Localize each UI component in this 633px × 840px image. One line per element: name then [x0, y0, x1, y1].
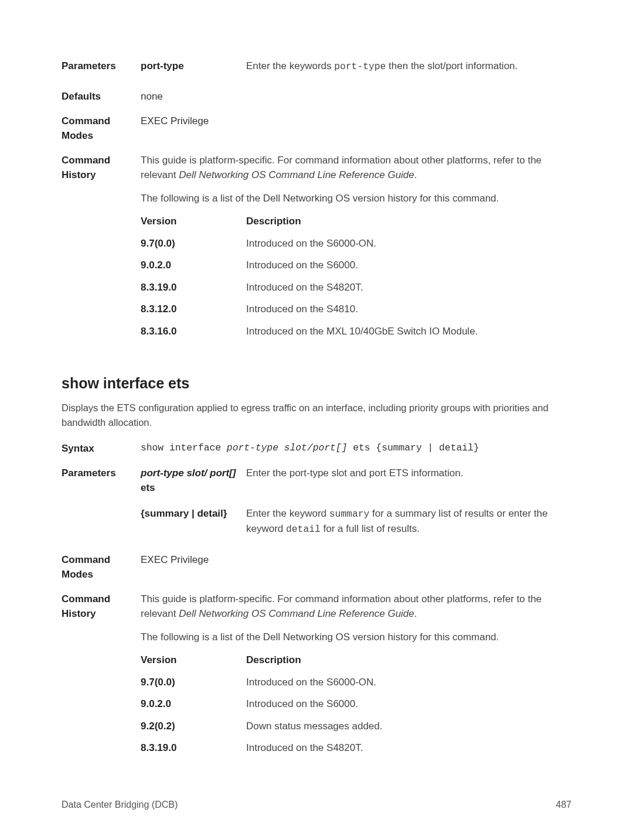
defaults-value: none	[141, 89, 571, 104]
command-history-label-2: Command History	[62, 592, 141, 763]
command-modes-value: EXEC Privilege	[141, 114, 571, 144]
param-desc-summary-detail: Enter the keyword summary for a summary …	[246, 506, 571, 537]
param-desc-port-type: Enter the keywords port-type then the sl…	[246, 59, 571, 74]
footer-left: Data Center Bridging (DCB)	[62, 798, 178, 812]
command-modes-row-1: Command Modes EXEC Privilege	[62, 114, 571, 144]
code-summary: summary	[329, 508, 370, 520]
history-para-1b: This guide is platform-specific. For com…	[141, 592, 571, 622]
history-para-2: The following is a list of the Dell Netw…	[141, 191, 571, 206]
command-history-row-2: Command History This guide is platform-s…	[62, 592, 571, 763]
version-row: 9.0.2.0 Introduced on the S6000.	[141, 258, 571, 273]
code-port-type: port-type	[334, 61, 386, 72]
syntax-label: Syntax	[62, 441, 141, 456]
version-row: 8.3.19.0 Introduced on the S4820T.	[141, 280, 571, 295]
param-port-type: port-type Enter the keywords port-type t…	[141, 59, 571, 74]
param-term-summary-detail: {summary | detail}	[141, 506, 246, 537]
parameters-row-1: Parameters port-type Enter the keywords …	[62, 59, 571, 74]
version-table-1: Version Description 9.7(0.0) Introduced …	[141, 214, 571, 339]
defaults-row: Defaults none	[62, 89, 571, 104]
command-modes-row-2: Command Modes EXEC Privilege	[62, 552, 571, 582]
command-modes-label: Command Modes	[62, 114, 141, 144]
command-intro: Displays the ETS configuration applied t…	[62, 401, 571, 430]
param-term-slot-port: port-type slot/ port[] ets	[141, 466, 246, 496]
version-row: 9.2(0.2) Down status messages added.	[141, 719, 571, 734]
version-row: 9.0.2.0 Introduced on the S6000.	[141, 696, 571, 712]
version-row: 8.3.19.0 Introduced on the S4820T.	[141, 740, 571, 756]
command-modes-value-2: EXEC Privilege	[141, 552, 571, 582]
syntax-row: Syntax show interface port-type slot/por…	[62, 441, 571, 456]
history-para-1: This guide is platform-specific. For com…	[141, 153, 571, 183]
param-slot-port: port-type slot/ port[] ets Enter the por…	[141, 466, 571, 496]
parameters-row-2: Parameters port-type slot/ port[] ets En…	[62, 466, 571, 537]
version-header: Version Description	[141, 653, 571, 668]
param-desc-slot-port: Enter the port-type slot and port ETS in…	[246, 466, 571, 496]
version-row: 8.3.16.0 Introduced on the MXL 10/40GbE …	[141, 324, 571, 339]
command-modes-label-2: Command Modes	[62, 552, 141, 582]
syntax-value: show interface port-type slot/port[] ets…	[141, 441, 571, 456]
code-detail: detail	[286, 524, 321, 535]
param-summary-detail: {summary | detail} Enter the keyword sum…	[141, 506, 571, 537]
version-header: Version Description	[141, 214, 571, 229]
parameters-label: Parameters	[62, 59, 141, 74]
command-history-row-1: Command History This guide is platform-s…	[62, 153, 571, 346]
version-table-2: Version Description 9.7(0.0) Introduced …	[141, 653, 571, 756]
version-row: 9.7(0.0) Introduced on the S6000-ON.	[141, 236, 571, 251]
command-heading: show interface ets	[62, 373, 571, 395]
defaults-label: Defaults	[62, 89, 141, 104]
version-row: 9.7(0.0) Introduced on the S6000-ON.	[141, 675, 571, 690]
param-term-port-type: port-type	[141, 59, 246, 74]
parameters-label-2: Parameters	[62, 466, 141, 537]
page-footer: Data Center Bridging (DCB) 487	[62, 798, 571, 812]
history-para-2b: The following is a list of the Dell Netw…	[141, 630, 571, 645]
footer-right: 487	[556, 798, 571, 812]
command-history-label: Command History	[62, 153, 141, 346]
version-row: 8.3.12.0 Introduced on the S4810.	[141, 302, 571, 317]
